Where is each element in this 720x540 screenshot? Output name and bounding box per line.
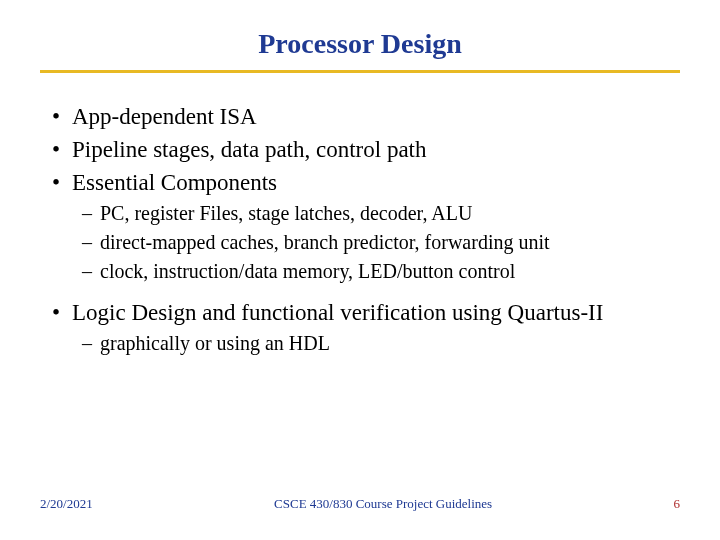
bullet-item: App-dependent ISA <box>48 101 680 132</box>
footer: 2/20/2021 CSCE 430/830 Course Project Gu… <box>40 496 680 512</box>
footer-date: 2/20/2021 <box>40 496 93 512</box>
slide-title: Processor Design <box>40 28 680 60</box>
footer-course-title: CSCE 430/830 Course Project Guidelines <box>93 496 674 512</box>
title-underline <box>40 70 680 73</box>
content-area: App-dependent ISA Pipeline stages, data … <box>40 101 680 357</box>
sub-bullet-item: PC, register Files, stage latches, decod… <box>48 200 680 227</box>
bullet-item: Pipeline stages, data path, control path <box>48 134 680 165</box>
sub-bullet-item: clock, instruction/data memory, LED/butt… <box>48 258 680 285</box>
footer-page-number: 6 <box>674 496 681 512</box>
slide: Processor Design App-dependent ISA Pipel… <box>0 0 720 540</box>
spacer <box>48 287 680 297</box>
sub-bullet-item: graphically or using an HDL <box>48 330 680 357</box>
bullet-item: Logic Design and functional verification… <box>48 297 680 328</box>
sub-bullet-item: direct-mapped caches, branch predictor, … <box>48 229 680 256</box>
bullet-item: Essential Components <box>48 167 680 198</box>
